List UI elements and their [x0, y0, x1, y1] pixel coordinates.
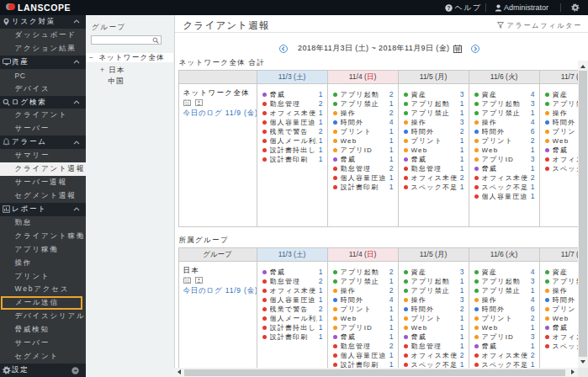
svg-text:01: 01 — [185, 100, 190, 105]
svg-text:01: 01 — [185, 278, 190, 283]
svg-text:?: ? — [448, 4, 451, 10]
